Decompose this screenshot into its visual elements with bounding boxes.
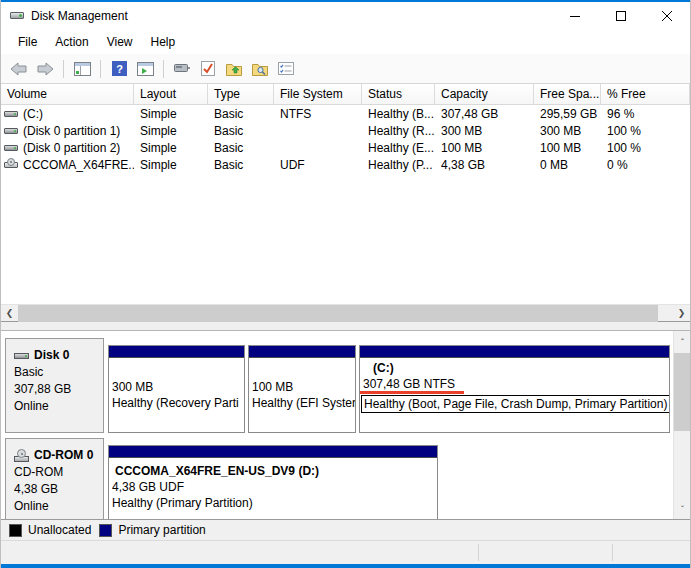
cell-type: Basic: [208, 107, 274, 121]
forward-button[interactable]: [33, 57, 57, 81]
cdrom0-header[interactable]: CD-ROM 0 CD-ROM 4,38 GB Online: [5, 438, 104, 520]
disk0-header[interactable]: Disk 0 Basic 307,88 GB Online: [5, 338, 104, 433]
scroll-up-arrow-icon[interactable]: ˆ: [674, 333, 690, 350]
cell-pct-free: 100 %: [601, 141, 690, 155]
scrollbar-thumb[interactable]: [18, 305, 658, 322]
column-header-pct-free[interactable]: % Free: [601, 84, 690, 104]
volume-row-dvd[interactable]: CCCOMA_X64FRE... Simple Basic UDF Health…: [1, 156, 690, 173]
partition-label: (C:): [363, 360, 666, 376]
scroll-right-arrow-icon[interactable]: ❯: [673, 305, 690, 322]
disk-name: Disk 0: [34, 347, 69, 364]
back-arrow-icon: [11, 63, 27, 75]
legend-label: Unallocated: [28, 523, 91, 537]
partition-size: 307,48 GB NTFS: [363, 376, 666, 392]
cell-capacity: 4,38 GB: [435, 158, 534, 172]
cdrom0-row: CD-ROM 0 CD-ROM 4,38 GB Online CCCOMA_X6…: [5, 438, 671, 520]
partition-dvd[interactable]: CCCOMA_X64FRE_EN-US_DV9 (D:) 4,38 GB UDF…: [108, 445, 438, 520]
column-header-capacity[interactable]: Capacity: [435, 84, 534, 104]
maximize-button[interactable]: [598, 2, 644, 30]
cell-type: Basic: [208, 124, 274, 138]
show-action-pane-button[interactable]: [133, 57, 157, 81]
cell-pct-free: 100 %: [601, 124, 690, 138]
volume-icon: [4, 108, 19, 120]
column-header-layout[interactable]: Layout: [134, 84, 208, 104]
legend-primary-partition: Primary partition: [99, 523, 205, 537]
column-header-file-system[interactable]: File System: [274, 84, 362, 104]
minimize-icon: [570, 11, 580, 21]
tasks-button[interactable]: [274, 57, 298, 81]
scroll-down-arrow-icon[interactable]: ˇ: [674, 500, 690, 517]
check-icon: [201, 61, 215, 76]
partition-recovery[interactable]: 300 MB Healthy (Recovery Parti: [108, 345, 245, 433]
volume-name: (Disk 0 partition 2): [23, 141, 120, 155]
toolbar-separator: [100, 60, 101, 78]
menu-help[interactable]: Help: [142, 32, 185, 52]
cell-capacity: 100 MB: [435, 141, 534, 155]
status-bar: [1, 541, 690, 564]
console-tree-icon: [74, 62, 91, 76]
partition-label: CCCOMA_X64FRE_EN-US_DV9 (D:): [112, 463, 434, 479]
partition-size: 4,38 GB UDF: [112, 479, 434, 495]
back-button[interactable]: [7, 57, 31, 81]
scrollbar-thumb[interactable]: [674, 353, 690, 431]
disk-name: CD-ROM 0: [34, 447, 93, 464]
volume-row-partition2[interactable]: (Disk 0 partition 2) Simple Basic Health…: [1, 139, 690, 156]
cell-capacity: 307,48 GB: [435, 107, 534, 121]
cell-layout: Simple: [134, 158, 208, 172]
volume-row-partition1[interactable]: (Disk 0 partition 1) Simple Basic Health…: [1, 122, 690, 139]
cell-status: Healthy (P...: [362, 158, 435, 172]
graphical-view: Disk 0 Basic 307,88 GB Online 300 MB Hea…: [1, 331, 690, 520]
help-icon: ?: [112, 61, 127, 76]
cell-layout: Simple: [134, 141, 208, 155]
refresh-button[interactable]: [222, 57, 246, 81]
close-button[interactable]: [644, 2, 690, 30]
column-header-type[interactable]: Type: [208, 84, 274, 104]
window-border-bottom: [1, 564, 690, 568]
cell-pct-free: 96 %: [601, 107, 690, 121]
horizontal-scrollbar[interactable]: ❮ ❯: [1, 304, 690, 321]
scroll-left-arrow-icon[interactable]: ❮: [1, 305, 18, 322]
legend-label: Primary partition: [118, 523, 205, 537]
cell-type: Basic: [208, 158, 274, 172]
partition-color-band: [109, 446, 437, 458]
scrollbar-track[interactable]: [18, 305, 673, 322]
rescan-disks-button[interactable]: [248, 57, 272, 81]
toolbar: ?: [1, 54, 690, 84]
partition-color-band: [109, 346, 244, 358]
vertical-scrollbar[interactable]: ˆ ˇ: [673, 331, 690, 519]
toolbar-separator: [63, 60, 64, 78]
cell-file-system: UDF: [274, 158, 362, 172]
disk-type: Basic: [14, 364, 103, 381]
legend-unallocated: Unallocated: [9, 523, 91, 537]
partition-efi[interactable]: 100 MB Healthy (EFI Syster: [248, 345, 356, 433]
cell-pct-free: 0 %: [601, 158, 690, 172]
titlebar: Disk Management: [1, 2, 690, 30]
show-console-tree-button[interactable]: [70, 57, 94, 81]
column-header-status[interactable]: Status: [362, 84, 435, 104]
column-header-free-space[interactable]: Free Spa...: [534, 84, 601, 104]
checklist-icon: [278, 62, 294, 75]
cell-layout: Simple: [134, 107, 208, 121]
disk-size: 307,88 GB: [14, 381, 103, 398]
forward-arrow-icon: [37, 63, 53, 75]
cell-free-space: 295,59 GB: [534, 107, 601, 121]
partition-status: Healthy (EFI Syster: [252, 395, 352, 411]
column-header-volume[interactable]: Volume: [1, 84, 134, 104]
statusbar-separator: [478, 544, 479, 561]
check-disk-button[interactable]: [196, 57, 220, 81]
properties-button[interactable]: [170, 57, 194, 81]
help-button[interactable]: ?: [107, 57, 131, 81]
menu-file[interactable]: File: [9, 32, 46, 52]
pane-splitter[interactable]: [1, 322, 690, 331]
volume-icon: [4, 125, 19, 137]
menu-view[interactable]: View: [98, 32, 142, 52]
partition-c[interactable]: (C:) 307,48 GB NTFS Healthy (Boot, Page …: [359, 345, 670, 433]
properties-icon: [174, 62, 190, 75]
minimize-button[interactable]: [552, 2, 598, 30]
legend-bar: Unallocated Primary partition: [1, 520, 690, 541]
disk-status: Online: [14, 398, 103, 415]
unallocated-swatch: [9, 524, 22, 537]
menu-action[interactable]: Action: [46, 32, 97, 52]
volume-row-c[interactable]: (C:) Simple Basic NTFS Healthy (B... 307…: [1, 105, 690, 122]
partition-color-band: [249, 346, 355, 358]
